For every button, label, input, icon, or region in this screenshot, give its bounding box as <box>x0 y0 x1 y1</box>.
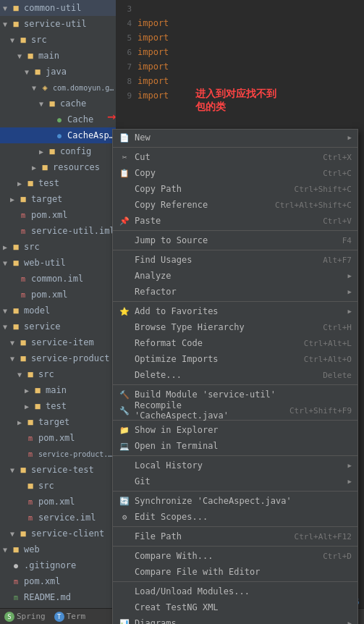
tree-arrow: ▼ <box>3 546 10 554</box>
tree-label: main <box>46 385 67 395</box>
menu-item-local-history[interactable]: Local History <box>113 458 357 473</box>
tree-item-main1[interactable]: ▼ ■ main <box>0 48 116 64</box>
menu-item-file-path[interactable]: File Path Ctrl+Alt+F12 <box>113 528 357 544</box>
blank-icon <box>119 550 130 562</box>
tree-item-src1[interactable]: ▼ ■ src <box>0 32 116 48</box>
menu-item-refactor[interactable]: Refactor <box>113 284 357 300</box>
tree-arrow: ▼ <box>10 530 17 538</box>
star-icon: ⭐ <box>119 305 130 317</box>
build-icon: 🔨 <box>119 389 130 400</box>
menu-item-jump-source[interactable]: Jump to Source F4 <box>113 232 357 248</box>
menu-item-reformat[interactable]: Reformat Code Ctrl+Alt+L <box>113 335 357 351</box>
status-item-spring[interactable]: S Spring <box>4 612 46 622</box>
menu-item-delete[interactable]: Delete... Delete <box>113 367 357 383</box>
tree-item-pom-st[interactable]: m pom.xml <box>0 494 116 510</box>
tree-item-cache-class[interactable]: ● Cache <box>0 111 116 127</box>
menu-item-add-favorites[interactable]: ⭐ Add to Favorites <box>113 303 357 319</box>
tree-item-test[interactable]: ▶ ■ test <box>0 175 116 191</box>
tree-item-common-util[interactable]: ▼ ■ common-util <box>0 0 116 16</box>
menu-item-sync[interactable]: 🔄 Synchronize 'CacheAspect.java' <box>113 493 357 509</box>
menu-item-optimize-imports[interactable]: Optimize Imports Ctrl+Alt+O <box>113 351 357 367</box>
menu-item-diagrams[interactable]: 📊 Diagrams <box>113 615 357 624</box>
folder-icon: ■ <box>17 34 29 46</box>
menu-item-copy-path[interactable]: Copy Path Ctrl+Shift+C <box>113 181 357 197</box>
code-line-7: 7 import <box>116 59 364 74</box>
tree-item-model[interactable]: ▼ ■ model <box>0 303 116 319</box>
tree-item-cacheaspect[interactable]: ● CacheAspect <box>0 127 116 143</box>
tree-item-sp-iml[interactable]: m service-product.im <box>0 446 116 462</box>
menu-item-git[interactable]: Git <box>113 473 357 489</box>
cache-blue-icon: ● <box>54 130 65 141</box>
tree-item-web-util[interactable]: ▼ ■ web-util <box>0 255 116 271</box>
tree-item-package[interactable]: ▼ ◈ com.domoyun.gmall.common <box>0 80 116 96</box>
scope-icon: ⚙ <box>119 511 130 523</box>
menu-item-edit-scopes[interactable]: ⚙ Edit Scopes... <box>113 509 357 525</box>
tree-arrow: ▼ <box>3 259 10 267</box>
tree-item-src-sp[interactable]: ▼ ■ src <box>0 366 116 382</box>
blank-icon <box>119 369 130 381</box>
menu-item-open-terminal[interactable]: 💻 Open in Terminal <box>113 438 357 454</box>
menu-item-show-explorer[interactable]: 📁 Show in Explorer <box>113 422 357 438</box>
tree-label: service-product.im <box>38 450 116 458</box>
tree-item-gitignore[interactable]: ● .gitignore <box>0 557 116 573</box>
tree-item-pom1[interactable]: m pom.xml <box>0 207 116 223</box>
tree-item-common-iml[interactable]: m common.iml <box>0 271 116 287</box>
tree-item-test-sp[interactable]: ▶ ■ test <box>0 398 116 414</box>
xml-icon: m <box>10 575 22 587</box>
menu-item-recompile[interactable]: 🔧 Recompile 'CacheAspect.java' Ctrl+Shif… <box>113 402 357 418</box>
menu-item-paste[interactable]: 📌 Paste Ctrl+V <box>113 213 357 229</box>
tree-item-pom-web[interactable]: m pom.xml <box>0 287 116 303</box>
tree-label: model <box>24 305 50 316</box>
tree-item-service-iml[interactable]: m service.iml <box>0 510 116 526</box>
tree-label: cache <box>60 98 86 109</box>
tree-item-web[interactable]: ▼ ■ web <box>0 541 116 557</box>
tree-item-java[interactable]: ▼ ■ java <box>0 64 116 80</box>
folder-open-icon: 📁 <box>119 424 130 436</box>
xml-icon: m <box>25 496 36 507</box>
tree-item-target[interactable]: ▶ ■ target <box>0 191 116 207</box>
menu-separator <box>113 230 357 231</box>
tree-item-target-sp[interactable]: ▶ ■ target <box>0 414 116 430</box>
tree-label: resources <box>53 162 100 172</box>
tree-item-service-item[interactable]: ▼ ■ service-item <box>0 334 116 350</box>
menu-item-browse-hierarchy[interactable]: Browse Type Hierarchy Ctrl+H <box>113 319 357 335</box>
tree-item-config[interactable]: ▶ ■ config <box>0 143 116 159</box>
tree-item-service-client[interactable]: ▼ ■ service-client <box>0 526 116 541</box>
tree-item-pom-sp[interactable]: m pom.xml <box>0 430 116 446</box>
menu-item-new[interactable]: 📄 New <box>113 130 357 146</box>
tree-label: pom.xml <box>31 290 68 300</box>
tree-item-service-product[interactable]: ▼ ■ service-product <box>0 350 116 366</box>
folder-icon: ■ <box>10 241 22 253</box>
tree-arrow: ▼ <box>17 371 25 379</box>
tree-item-sutil-iml[interactable]: m service-util.iml <box>0 223 116 239</box>
tree-item-service[interactable]: ▼ ■ service <box>0 319 116 334</box>
menu-item-creat-testng[interactable]: Creat TestNG XML <box>113 599 357 615</box>
tree-item-service-test[interactable]: ▼ ■ service-test <box>0 462 116 478</box>
tree-item-service-util[interactable]: ▼ ■ service-util <box>0 16 116 32</box>
menu-item-copy-ref[interactable]: Copy Reference Ctrl+Alt+Shift+C <box>113 197 357 213</box>
tree-item-pom-root[interactable]: m pom.xml <box>0 573 116 589</box>
menu-item-compare-with[interactable]: Compare With... Ctrl+D <box>113 548 357 564</box>
menu-item-copy[interactable]: 📋 Copy Ctrl+C <box>113 165 357 181</box>
line-content: import <box>137 62 169 72</box>
folder-icon: ■ <box>32 400 43 412</box>
line-content: import <box>137 33 169 43</box>
tree-label: service <box>24 321 61 332</box>
menu-item-load-modules[interactable]: Load/Unload Modules... <box>113 583 357 599</box>
folder-icon: ■ <box>10 2 22 14</box>
tree-item-resources[interactable]: ▶ ■ resources <box>0 159 116 175</box>
menu-item-compare-editor[interactable]: Compare File with Editor <box>113 564 357 580</box>
tree-item-main-sp[interactable]: ▶ ■ main <box>0 382 116 398</box>
file-tree: ▼ ■ common-util ▼ ■ service-util ▼ ■ src… <box>0 0 116 624</box>
tree-item-cache-folder[interactable]: ▼ ■ cache <box>0 96 116 111</box>
status-item-term[interactable]: T Term <box>54 612 86 622</box>
tree-item-src2[interactable]: ▶ ■ src <box>0 239 116 255</box>
folder-icon: ■ <box>17 353 29 364</box>
tree-item-src-st[interactable]: ■ src <box>0 478 116 494</box>
blank-icon <box>119 235 130 246</box>
tree-label: README.md <box>24 592 71 602</box>
tree-item-readme[interactable]: m README.md <box>0 589 116 605</box>
menu-item-find-usages[interactable]: Find Usages Alt+F7 <box>113 252 357 268</box>
menu-item-cut[interactable]: ✂ Cut Ctrl+X <box>113 149 357 165</box>
menu-item-analyze[interactable]: Analyze <box>113 268 357 284</box>
